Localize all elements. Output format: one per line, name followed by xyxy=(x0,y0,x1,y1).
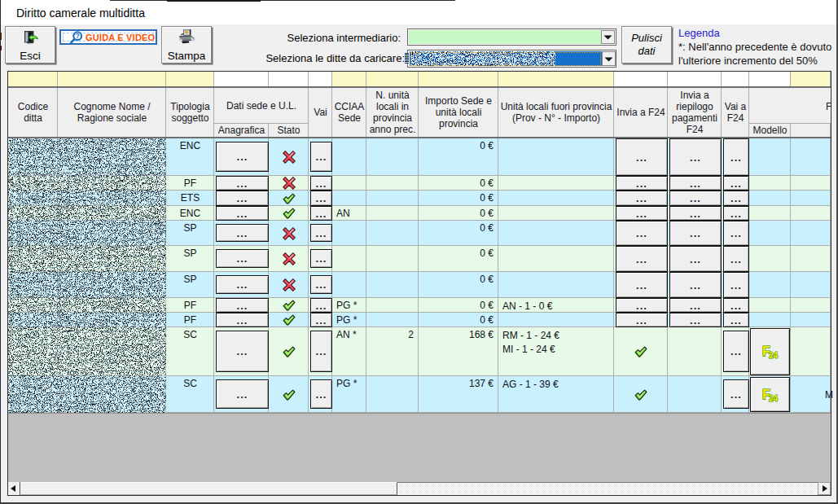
svg-text:24: 24 xyxy=(769,351,779,360)
svg-text:24: 24 xyxy=(769,394,779,403)
